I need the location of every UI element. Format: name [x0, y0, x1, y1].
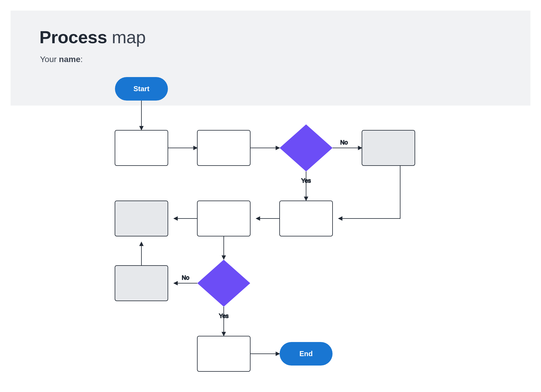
node-g2[interactable] — [115, 201, 168, 236]
node-p1[interactable] — [115, 130, 168, 166]
node-start[interactable]: Start — [115, 77, 168, 101]
edge-label-d1-no: No — [340, 139, 348, 146]
edge-label-d2-yes: Yes — [219, 313, 229, 319]
node-start-label: Start — [133, 85, 150, 93]
edge-label-d1-yes: Yes — [301, 177, 311, 184]
edge-label-d2-no: No — [182, 274, 189, 281]
node-p4[interactable] — [197, 201, 250, 236]
node-g3[interactable] — [115, 266, 168, 301]
node-end[interactable]: End — [280, 342, 333, 366]
node-d2[interactable] — [197, 260, 250, 307]
node-g1[interactable] — [362, 130, 415, 166]
edge-g1-p3 — [338, 166, 400, 218]
svg-marker-2 — [197, 260, 250, 307]
node-d1[interactable] — [280, 124, 333, 171]
svg-marker-1 — [280, 124, 333, 171]
node-end-label: End — [299, 350, 313, 358]
node-p2[interactable] — [197, 130, 250, 166]
node-p3[interactable] — [280, 201, 333, 236]
flowchart: No Yes No Yes Start — [0, 0, 541, 392]
edges: No Yes No Yes — [141, 101, 400, 354]
node-p5[interactable] — [197, 336, 250, 371]
page: Process map Your name: No Yes — [0, 0, 541, 392]
